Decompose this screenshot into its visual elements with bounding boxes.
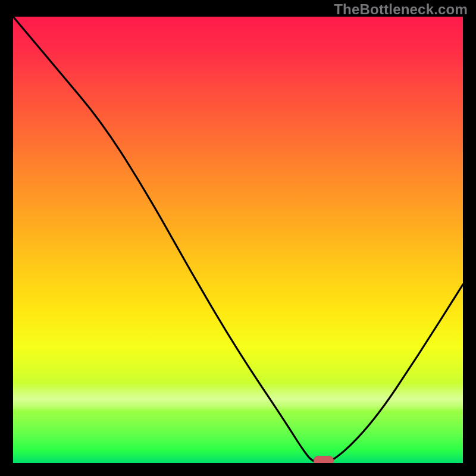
plot-area bbox=[13, 17, 463, 463]
curve-path bbox=[13, 17, 463, 463]
chart-frame: TheBottleneck.com bbox=[0, 0, 476, 476]
optimum-marker bbox=[314, 456, 334, 463]
watermark-text: TheBottleneck.com bbox=[334, 1, 468, 18]
curve-svg bbox=[13, 17, 463, 463]
